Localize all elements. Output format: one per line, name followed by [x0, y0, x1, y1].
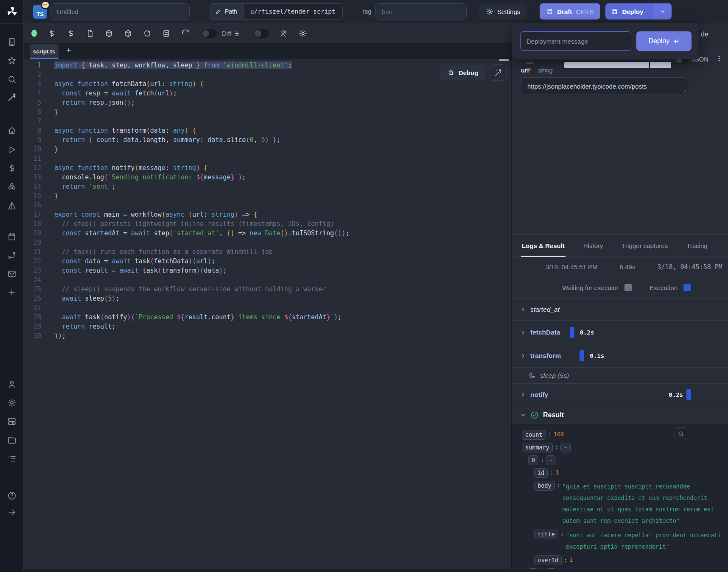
code-line[interactable]: 12async function notify(message: string)…: [24, 163, 511, 173]
code-line[interactable]: 25 // sleep() suspends the workflow serv…: [24, 285, 511, 294]
deploy-dropdown-button[interactable]: [653, 3, 672, 20]
code-line[interactable]: 13 console.log(`Sending notification: ${…: [24, 173, 511, 182]
code-line[interactable]: 4 const resp = await fetch(url);: [24, 89, 511, 98]
code-line[interactable]: 5 return resp.json();: [24, 98, 511, 107]
run-tab-history[interactable]: History: [583, 234, 603, 257]
code-line[interactable]: 21 // task() runs each function as a sep…: [24, 247, 511, 257]
sidebar-search-icon[interactable]: [7, 75, 17, 84]
tab-script-ts[interactable]: script.ts: [30, 44, 59, 59]
toolbar-file-icon[interactable]: [86, 29, 94, 38]
code-line[interactable]: 6}: [24, 107, 511, 117]
url-argument-input[interactable]: https://jsonplaceholder.typicode.com/pos…: [521, 77, 688, 95]
code-line[interactable]: 1import { task, step, workflow, sleep } …: [24, 61, 511, 70]
json-collapse-toggle[interactable]: -: [546, 455, 556, 465]
code-line[interactable]: 10}: [24, 145, 511, 154]
sidebar-folder-icon[interactable]: [7, 435, 17, 445]
popup-deploy-button[interactable]: Deploy ↵: [636, 31, 692, 51]
code-line[interactable]: 3async function fetchData(url: string) {: [24, 79, 511, 89]
code-line[interactable]: 20: [24, 238, 511, 247]
script-name-input[interactable]: Untitled: [50, 3, 190, 20]
plus-minus-icon[interactable]: ±: [235, 29, 239, 38]
json-key-pill[interactable]: 1: [528, 568, 538, 569]
chevron-right-icon[interactable]: [520, 329, 526, 335]
code-line[interactable]: 9 return { count: data.length, summary: …: [24, 135, 511, 145]
toolbar-users-icon[interactable]: [280, 29, 288, 38]
json-key-pill[interactable]: body: [534, 481, 555, 491]
toolbar-database-icon[interactable]: [162, 29, 171, 38]
json-key-pill[interactable]: count: [522, 430, 546, 440]
collab-toggle[interactable]: [254, 29, 269, 38]
diff-toggle[interactable]: [202, 29, 217, 38]
new-tab-button[interactable]: +: [64, 46, 73, 55]
json-key-pill[interactable]: userId: [534, 555, 562, 565]
sidebar-arrow-right-icon[interactable]: [7, 508, 17, 517]
code-line[interactable]: 26 await sleep(5);: [24, 294, 511, 303]
code-line[interactable]: 23 const result = await task(transform)(…: [24, 266, 511, 275]
editor-scrollbar-thumb[interactable]: [499, 59, 509, 61]
code-editor[interactable]: script.ts + 1import { task, step, workfl…: [24, 43, 511, 569]
toolbar-dollar-icon[interactable]: [48, 29, 56, 38]
json-collapse-toggle[interactable]: -: [546, 568, 556, 569]
code-line[interactable]: 17export const main = workflow(async (ur…: [24, 210, 511, 219]
run-tab-trigger-captures[interactable]: Trigger captures: [622, 234, 668, 257]
debug-button[interactable]: Debug: [440, 64, 485, 81]
sidebar-plus-icon[interactable]: [7, 288, 17, 297]
sidebar-calendar-icon[interactable]: [7, 232, 17, 241]
search-icon[interactable]: [675, 427, 687, 440]
sidebar-dollar-icon[interactable]: [7, 164, 17, 173]
sidebar-worker-icon[interactable]: [7, 417, 17, 426]
code-line[interactable]: 22 const data = await task(fetchData)(ur…: [24, 257, 511, 266]
result-header-row[interactable]: Result: [512, 406, 728, 424]
sidebar-building-icon[interactable]: [7, 37, 17, 47]
code-lines[interactable]: 1import { task, step, workflow, sleep } …: [24, 59, 511, 569]
sidebar-gear-icon[interactable]: [7, 398, 17, 407]
settings-button[interactable]: Settings: [479, 3, 527, 20]
code-line[interactable]: 8async function transform(data: any) {: [24, 126, 511, 135]
draft-button[interactable]: Draft Ctrl+S: [540, 3, 600, 20]
code-line[interactable]: 15}: [24, 191, 511, 201]
code-line[interactable]: 28 await task(notify)(`Processed ${resul…: [24, 313, 511, 322]
tag-input[interactable]: bun: [375, 3, 467, 20]
timeline-row-fetchdata[interactable]: fetchData 0.2s: [512, 321, 728, 344]
sidebar-user-icon[interactable]: [7, 379, 17, 389]
toolbar-package-icon[interactable]: [124, 29, 132, 38]
code-line[interactable]: 29 return result;: [24, 322, 511, 331]
sidebar-route-icon[interactable]: [7, 251, 17, 260]
edit-path-button[interactable]: Path: [209, 4, 244, 19]
toolbar-loop-icon[interactable]: [143, 29, 151, 38]
code-line[interactable]: 11: [24, 154, 511, 163]
json-key-pill[interactable]: 0: [528, 455, 538, 465]
sidebar-help-icon[interactable]: [7, 491, 17, 500]
args-scrollbar-thumb[interactable]: [526, 62, 533, 64]
timeline-row-notify[interactable]: notify 0.2s: [512, 384, 728, 406]
toolbar-refresh-icon[interactable]: [181, 29, 190, 38]
chevron-down-icon[interactable]: [520, 412, 526, 418]
sidebar-home-icon[interactable]: [7, 126, 17, 135]
sidebar-cubes-icon[interactable]: [7, 182, 17, 192]
code-line[interactable]: 27: [24, 303, 511, 313]
code-line[interactable]: 24: [24, 275, 511, 285]
code-line[interactable]: 18 // step() persists lightweight inline…: [24, 219, 511, 229]
sidebar-wand-icon[interactable]: [7, 93, 17, 102]
chevron-right-icon[interactable]: [520, 392, 526, 398]
timeline-row-transform[interactable]: transform 0.1s: [512, 344, 728, 368]
toolbar-package-icon[interactable]: [105, 29, 113, 38]
code-line[interactable]: 14 return 'sent';: [24, 182, 511, 191]
run-tab-logs-result[interactable]: Logs & Result: [522, 234, 565, 257]
sidebar-play-icon[interactable]: [7, 145, 17, 154]
json-key-pill[interactable]: summary: [522, 443, 553, 452]
json-key-pill[interactable]: id: [534, 468, 548, 478]
code-line[interactable]: 19 const startedAt = await step('started…: [24, 229, 511, 238]
deployment-message-input[interactable]: Deployment message: [520, 31, 631, 51]
code-line[interactable]: 2: [24, 70, 511, 79]
kebab-menu-icon[interactable]: [715, 55, 723, 64]
chevron-right-icon[interactable]: [520, 353, 526, 359]
windmill-logo-icon[interactable]: [6, 5, 18, 18]
sidebar-prism-icon[interactable]: [7, 201, 17, 210]
code-line[interactable]: 16: [24, 201, 511, 210]
run-tab-tracing[interactable]: Tracing: [686, 234, 707, 257]
sidebar-list-icon[interactable]: [7, 454, 17, 463]
typescript-language-badge[interactable]: TS: [33, 5, 47, 19]
ai-wand-button[interactable]: [490, 64, 507, 81]
toolbar-gear-icon[interactable]: [299, 29, 307, 38]
